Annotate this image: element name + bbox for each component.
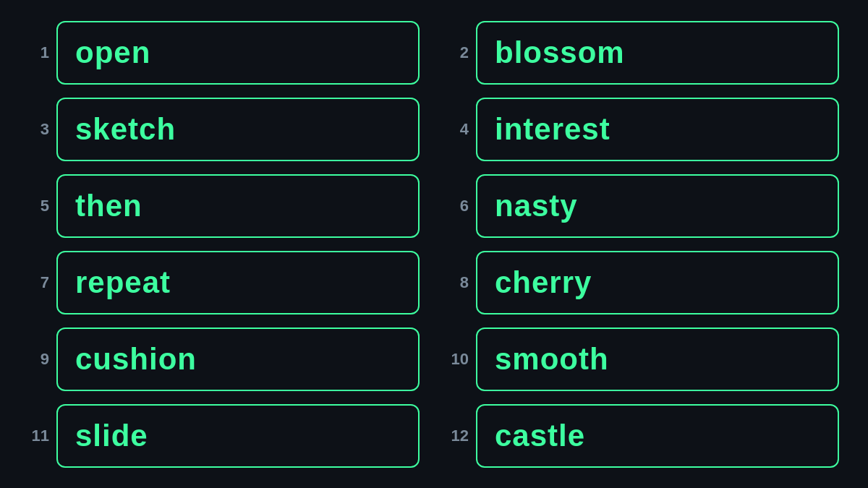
word-text: blossom	[495, 35, 625, 69]
word-text: cushion	[75, 342, 197, 376]
word-item[interactable]: 10smooth	[448, 328, 839, 391]
word-box[interactable]: sketch	[56, 98, 420, 161]
word-text: then	[75, 189, 142, 223]
word-box[interactable]: cherry	[476, 251, 839, 314]
word-number: 1	[29, 43, 49, 62]
word-text: slide	[75, 419, 148, 453]
word-box[interactable]: castle	[476, 404, 839, 468]
word-text: smooth	[495, 342, 609, 376]
word-number: 7	[29, 273, 49, 292]
word-item[interactable]: 1open	[29, 21, 420, 85]
word-item[interactable]: 6nasty	[448, 174, 839, 238]
word-text: nasty	[495, 189, 578, 223]
word-item[interactable]: 8cherry	[448, 251, 839, 314]
word-number: 2	[448, 43, 469, 62]
word-box[interactable]: nasty	[476, 174, 839, 238]
word-item[interactable]: 2blossom	[448, 21, 839, 85]
word-box[interactable]: slide	[56, 404, 420, 468]
word-grid: 1open2blossom3sketch4interest5then6nasty…	[0, 7, 868, 482]
word-box[interactable]: repeat	[56, 251, 420, 314]
word-number: 9	[29, 350, 49, 369]
word-text: interest	[495, 112, 610, 146]
word-box[interactable]: smooth	[476, 328, 839, 391]
word-item[interactable]: 11slide	[29, 404, 420, 468]
word-box[interactable]: then	[56, 174, 420, 238]
word-item[interactable]: 3sketch	[29, 98, 420, 161]
word-box[interactable]: interest	[476, 98, 839, 161]
word-text: open	[75, 35, 150, 69]
word-number: 12	[448, 427, 469, 445]
word-number: 6	[448, 197, 469, 215]
word-number: 11	[29, 427, 49, 445]
word-box[interactable]: cushion	[56, 328, 420, 391]
word-text: repeat	[75, 265, 171, 299]
word-item[interactable]: 7repeat	[29, 251, 420, 314]
word-box[interactable]: open	[56, 21, 420, 85]
word-number: 5	[29, 197, 49, 215]
word-text: cherry	[495, 265, 592, 299]
word-text: castle	[495, 419, 585, 453]
word-box[interactable]: blossom	[476, 21, 839, 85]
word-number: 10	[448, 350, 469, 369]
word-number: 3	[29, 120, 49, 139]
word-item[interactable]: 4interest	[448, 98, 839, 161]
word-item[interactable]: 12castle	[448, 404, 839, 468]
word-text: sketch	[75, 112, 176, 146]
word-number: 4	[448, 120, 469, 139]
word-item[interactable]: 5then	[29, 174, 420, 238]
word-number: 8	[448, 273, 469, 292]
word-item[interactable]: 9cushion	[29, 328, 420, 391]
